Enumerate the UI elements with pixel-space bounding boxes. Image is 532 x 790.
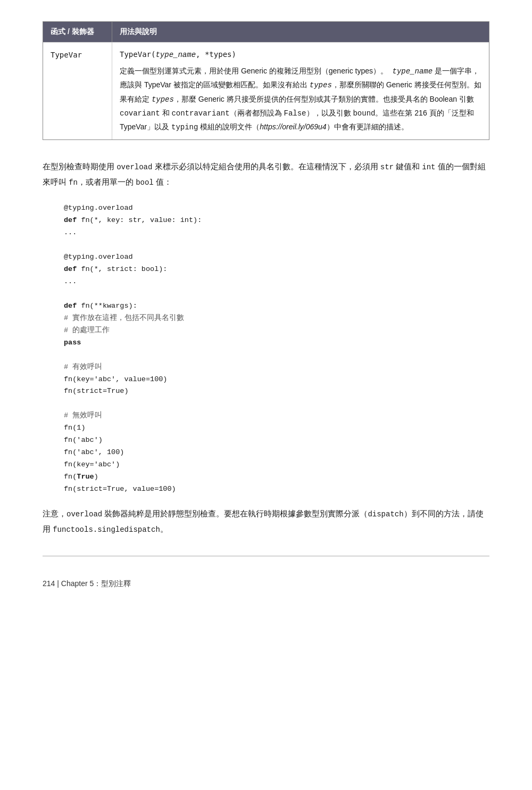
overload-code-1: overload	[117, 163, 152, 171]
code-line-valid-1: fn(key='abc', value=100)	[64, 374, 489, 386]
func-name-text: TypeVar	[51, 51, 82, 59]
code-comment-2: # 的處理工作	[64, 325, 489, 337]
functools-code: functools.singledispatch	[53, 525, 160, 534]
code-line-6: ...	[64, 276, 489, 288]
overload-code-2: overload	[66, 510, 102, 519]
code-line-5: def fn(*, strict: bool):	[64, 264, 489, 276]
covariant-code: covariant	[120, 109, 160, 118]
str-code: str	[380, 163, 394, 171]
bound-code: bound	[353, 109, 375, 118]
code-line-invalid-4: fn(key='abc')	[64, 459, 489, 471]
code-comment-invalid: # 無效呼叫	[64, 410, 489, 422]
function-table: 函式 / 裝飾器 用法與說明 TypeVar TypeVar(type_name…	[43, 21, 489, 140]
prose-block-1: 在型別檢查時期使用 overload 來標示必須以特定組合使用的具名引數。在這種…	[43, 159, 489, 190]
header-func: 函式 / 裝飾器	[43, 22, 112, 42]
code-comment-valid: # 有效呼叫	[64, 361, 489, 374]
code-line-1: @typing.overload	[64, 202, 489, 215]
false-code: False	[284, 109, 306, 118]
prose-block-2: 注意，overload 裝飾器純粹是用於靜態型別檢查。要想在執行時期根據參數型別…	[43, 506, 489, 537]
header-desc: 用法與說明	[112, 22, 489, 42]
code-line-3: ...	[64, 227, 489, 239]
code-line-invalid-3: fn('abc', 100)	[64, 447, 489, 459]
func-body-text: 定義一個型別運算式元素，用於使用 Generic 的複雜泛用型別（generic…	[120, 67, 481, 131]
types-italic2: types	[152, 95, 174, 104]
docs-link[interactable]: https://oreil.ly/069u4	[260, 122, 326, 131]
fn-code-1: fn	[69, 178, 78, 187]
code-line-invalid-1: fn(1)	[64, 422, 489, 434]
footer-page-number: 214 | Chapter 5：型別注釋	[43, 578, 489, 590]
code-line-valid-2: fn(strict=True)	[64, 385, 489, 398]
param-type-name: type_name	[155, 51, 196, 59]
code-block-main: @typing.overload def fn(*, key: str, val…	[64, 202, 489, 496]
typing-module-code: typing	[171, 123, 198, 131]
table-row: TypeVar TypeVar(type_name, *types) 定義一個型…	[43, 42, 489, 139]
code-line-invalid-5: fn(True)	[64, 471, 489, 483]
contravariant-code: contravariant	[171, 109, 229, 118]
code-line-pass: pass	[64, 337, 489, 349]
int-code: int	[422, 163, 435, 171]
func-description: TypeVar(type_name, *types) 定義一個型別運算式元素，用…	[112, 43, 489, 139]
bottom-divider	[43, 556, 489, 556]
func-name: TypeVar	[43, 43, 112, 139]
table-header-row: 函式 / 裝飾器 用法與說明	[43, 22, 489, 42]
code-comment-1: # 實作放在這裡，包括不同具名引數	[64, 312, 489, 325]
code-line-invalid-6: fn(strict=True, value=100)	[64, 483, 489, 496]
code-line-2: def fn(*, key: str, value: int):	[64, 215, 489, 227]
code-line-4: @typing.overload	[64, 251, 489, 264]
dispatch-code: dispatch	[368, 510, 403, 519]
func-signature: TypeVar(type_name, *types)	[120, 48, 481, 62]
types-italic: types	[310, 81, 332, 89]
code-line-invalid-2: fn('abc')	[64, 434, 489, 447]
code-line-7: def fn(**kwargs):	[64, 300, 489, 312]
type-name-italic: type_name	[388, 67, 433, 76]
bool-code: bool	[136, 178, 154, 187]
